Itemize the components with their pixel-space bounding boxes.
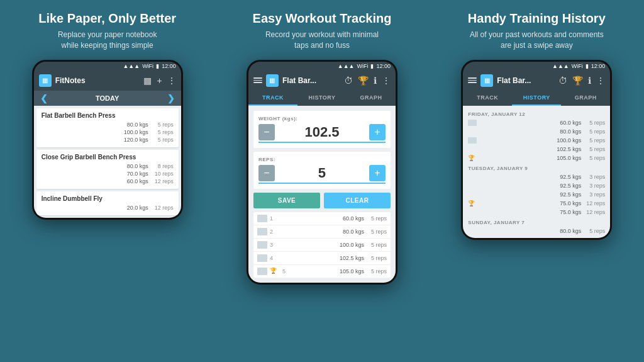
set-weight-1-1: 80.0 kgs xyxy=(114,122,148,128)
hist-row-2-1: 92.5 kgs 3 reps xyxy=(465,173,608,181)
set-reps-1-3: 5 reps xyxy=(148,137,174,143)
next-date-arrow[interactable]: ❯ xyxy=(167,93,175,103)
exercise-card-3: Incline Dumbbell Fly 20.0 kgs 12 reps xyxy=(36,191,179,215)
weight-input-row: − 102.5 + xyxy=(258,124,386,143)
set-reps-1-2: 5 reps xyxy=(148,129,174,135)
set-num-5: 5 xyxy=(282,268,291,274)
clear-button[interactable]: CLEAR xyxy=(324,193,391,208)
panel-1-subtitle: Replace your paper notebookwhile keeping… xyxy=(58,30,157,51)
panel-2-title: Easy Workout Tracking xyxy=(253,11,392,26)
set-row-p2-3: 3 100.0 kgs 5 reps xyxy=(253,239,391,252)
weight-input-section: WEIGHT (kgs): − 102.5 + xyxy=(253,111,391,148)
hist-weight-1-2: 80.0 kgs xyxy=(479,128,581,135)
set-reps-p2-1: 5 reps xyxy=(364,215,387,222)
weight-decrease-btn[interactable]: − xyxy=(258,124,275,140)
hist-row-1-1: 60.0 kgs 5 reps xyxy=(465,118,608,127)
tab-track-3[interactable]: TRACK xyxy=(463,91,512,106)
set-row-2-3: 60.0 kgs 12 reps xyxy=(42,178,174,185)
hist-row-2-4: 🏆 75.0 kgs 12 reps xyxy=(465,199,608,208)
calendar-icon[interactable]: ▦ xyxy=(143,76,152,86)
set-num-4: 4 xyxy=(270,255,279,261)
weight-value: 102.5 xyxy=(304,124,339,140)
set-row-2-1: 80.0 kgs 8 reps xyxy=(42,162,174,170)
app-name-3: Flat Bar... xyxy=(497,76,555,85)
app-toolbar-2: ▦ Flat Bar... ⏱ 🏆 ℹ ⋮ xyxy=(248,71,396,91)
set-reps-p2-2: 5 reps xyxy=(364,229,387,235)
tab-graph-2[interactable]: GRAPH xyxy=(347,91,396,106)
hist-weight-2-2: 92.5 kgs xyxy=(479,183,581,189)
reps-decrease-btn[interactable]: − xyxy=(258,165,275,181)
date-label-1: TODAY xyxy=(96,94,119,102)
set-row-1-1: 80.0 kgs 5 reps xyxy=(42,121,174,128)
more-icon-2[interactable]: ⋮ xyxy=(382,76,391,86)
toolbar-icons-3: ⏱ 🏆 ℹ ⋮ xyxy=(558,76,605,86)
info-icon[interactable]: ℹ xyxy=(374,76,377,86)
hist-row-1-2: 80.0 kgs 5 reps xyxy=(465,127,608,136)
set-weight-1-3: 120.0 kgs xyxy=(114,137,148,143)
trophy-icon[interactable]: 🏆 xyxy=(358,76,369,86)
set-comment-icon-5 xyxy=(257,268,267,275)
tab-track-2[interactable]: TRACK xyxy=(248,91,297,106)
app-name-1: FitNotes xyxy=(55,76,140,85)
hist-weight-2-5: 75.0 kgs xyxy=(479,209,581,215)
trophy-icon-3[interactable]: 🏆 xyxy=(572,76,583,86)
reps-label: REPS: xyxy=(258,157,386,162)
hist-spacer-3-1 xyxy=(468,228,477,234)
set-row-p2-5: 🏆 5 105.0 kgs 5 reps xyxy=(253,265,391,278)
time-display-2: 12:00 xyxy=(376,63,391,69)
status-bar-3: ▲▲▲ WiFi ▮ 12:00 xyxy=(463,62,610,71)
set-reps-p2-4: 5 reps xyxy=(364,255,387,261)
wifi-icon: WiFi xyxy=(142,63,153,69)
set-list: 1 60.0 kgs 5 reps 2 80.0 kgs 5 reps 3 10… xyxy=(253,212,391,278)
tab-history-2[interactable]: HISTORY xyxy=(297,91,347,106)
history-screen: FRIDAY, JANUARY 12 60.0 kgs 5 reps 80.0 … xyxy=(463,106,610,238)
exercise-name-2: Close Grip Barbell Bench Press xyxy=(42,154,174,161)
weight-increase-btn[interactable]: + xyxy=(369,124,386,140)
set-row-p2-4: 4 102.5 kgs 5 reps xyxy=(253,252,391,265)
tab-graph-3[interactable]: GRAPH xyxy=(561,91,610,106)
hist-row-2-3: 92.5 kgs 3 reps xyxy=(465,190,608,199)
hamburger-icon[interactable] xyxy=(253,77,262,83)
battery-icon-3: ▮ xyxy=(586,63,589,69)
hist-trophy-icon-2-4: 🏆 xyxy=(468,200,477,206)
set-weight-2-1: 80.0 kgs xyxy=(114,163,148,169)
app-toolbar-3: ▦ Flat Bar... ⏱ 🏆 ℹ ⋮ xyxy=(463,71,610,91)
hist-reps-2-5: 12 reps xyxy=(581,209,605,215)
info-icon-3[interactable]: ℹ xyxy=(588,76,591,86)
battery-icon: ▮ xyxy=(156,63,159,69)
more-icon[interactable]: ⋮ xyxy=(167,76,176,86)
reps-increase-btn[interactable]: + xyxy=(369,165,386,181)
hamburger-icon-3[interactable] xyxy=(468,77,477,83)
signal-icon-2: ▲▲▲ xyxy=(338,63,355,69)
hist-weight-2-4: 75.0 kgs xyxy=(479,200,581,206)
app-name-2: Flat Bar... xyxy=(282,76,340,85)
set-weight-p2-4: 102.5 kgs xyxy=(279,255,364,261)
timer-icon-3[interactable]: ⏱ xyxy=(558,76,567,86)
hist-spacer-1-4 xyxy=(468,146,477,152)
tab-history-3[interactable]: HISTORY xyxy=(512,91,561,106)
panel-3-title: Handy Training History xyxy=(468,11,606,26)
panel-3-subtitle: All of your past workouts and commentsar… xyxy=(470,30,604,51)
set-comment-icon-1 xyxy=(257,215,267,222)
prev-date-arrow[interactable]: ❮ xyxy=(40,93,48,103)
set-row-p2-1: 1 60.0 kgs 5 reps xyxy=(253,212,391,225)
set-row-1-3: 120.0 kgs 5 reps xyxy=(42,136,174,144)
add-icon[interactable]: + xyxy=(157,76,162,86)
app-toolbar-1: ▦ FitNotes ▦ + ⋮ xyxy=(34,71,181,91)
set-reps-2-1: 8 reps xyxy=(148,163,174,169)
history-date-3: SUNDAY, JANUARY 7 xyxy=(465,217,608,227)
reps-input-section: REPS: − 5 + xyxy=(253,152,391,189)
set-weight-p2-2: 80.0 kgs xyxy=(279,229,364,235)
hist-weight-1-4: 102.5 kgs xyxy=(479,146,581,152)
set-weight-2-3: 60.0 kgs xyxy=(114,178,148,184)
time-display-3: 12:00 xyxy=(591,63,606,69)
timer-icon[interactable]: ⏱ xyxy=(344,76,353,86)
panel-1: Like Paper, Only Better Replace your pap… xyxy=(0,0,214,362)
more-icon-3[interactable]: ⋮ xyxy=(596,76,605,86)
hist-weight-1-1: 60.0 kgs xyxy=(479,120,581,126)
hist-weight-2-3: 92.5 kgs xyxy=(479,191,581,198)
hist-reps-1-2: 5 reps xyxy=(581,128,605,135)
hist-row-1-5: 🏆 105.0 kgs 5 reps xyxy=(465,154,608,162)
save-button[interactable]: SAVE xyxy=(253,193,320,208)
phone-3: ▲▲▲ WiFi ▮ 12:00 ▦ Flat Bar... ⏱ 🏆 ℹ ⋮ T… xyxy=(461,60,612,240)
